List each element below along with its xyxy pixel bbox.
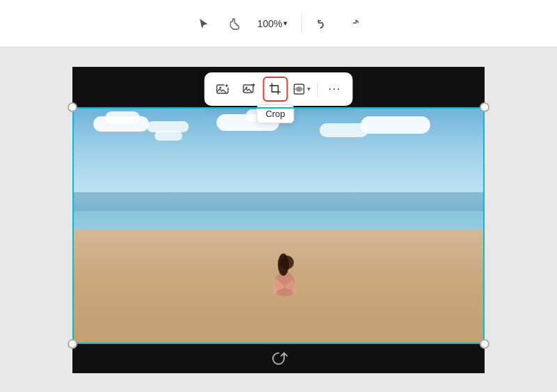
float-toolbar-divider bbox=[317, 81, 318, 97]
float-toolbar: Crop ▾ ··· bbox=[205, 72, 353, 106]
cloud-5 bbox=[246, 109, 288, 122]
add-image-button[interactable] bbox=[210, 77, 235, 102]
svg-point-1 bbox=[219, 86, 221, 88]
black-bar-top: Crop ▾ ··· bbox=[72, 67, 485, 107]
top-toolbar: 100% ▾ bbox=[0, 0, 557, 47]
beach-image bbox=[72, 107, 485, 344]
canvas-area: Crop ▾ ··· bbox=[0, 47, 557, 392]
cloud-8 bbox=[155, 131, 182, 141]
more-icon: ··· bbox=[328, 81, 340, 96]
select-tool-button[interactable] bbox=[191, 11, 216, 36]
mask-button[interactable]: ▾ bbox=[290, 77, 313, 102]
zoom-arrow: ▾ bbox=[283, 19, 288, 28]
black-bar-bottom bbox=[72, 344, 485, 373]
image-frame: Crop ▾ ··· bbox=[72, 67, 485, 373]
horizon bbox=[72, 192, 485, 211]
zoom-selector[interactable]: 100% ▾ bbox=[252, 15, 294, 32]
zoom-value: 100% bbox=[258, 18, 283, 29]
handle-top-left[interactable] bbox=[68, 102, 77, 112]
hand-tool-button[interactable] bbox=[221, 11, 246, 36]
handle-top-right[interactable] bbox=[480, 102, 489, 112]
mask-dropdown-arrow: ▾ bbox=[307, 85, 311, 93]
cloud-7 bbox=[361, 116, 430, 134]
cloud-2 bbox=[105, 111, 140, 124]
handle-bottom-left[interactable] bbox=[68, 339, 77, 349]
person-silhouette bbox=[266, 238, 304, 301]
redo-button[interactable] bbox=[341, 11, 366, 36]
reset-button[interactable] bbox=[269, 350, 288, 368]
replace-image-button[interactable] bbox=[237, 77, 262, 102]
more-options-button[interactable]: ··· bbox=[322, 77, 347, 102]
toolbar-divider bbox=[301, 15, 302, 32]
undo-button[interactable] bbox=[311, 11, 336, 36]
svg-point-10 bbox=[278, 253, 289, 276]
svg-rect-5 bbox=[272, 86, 278, 92]
svg-point-11 bbox=[276, 288, 293, 297]
crop-button[interactable]: Crop bbox=[263, 77, 288, 102]
handle-bottom-right[interactable] bbox=[480, 339, 489, 349]
